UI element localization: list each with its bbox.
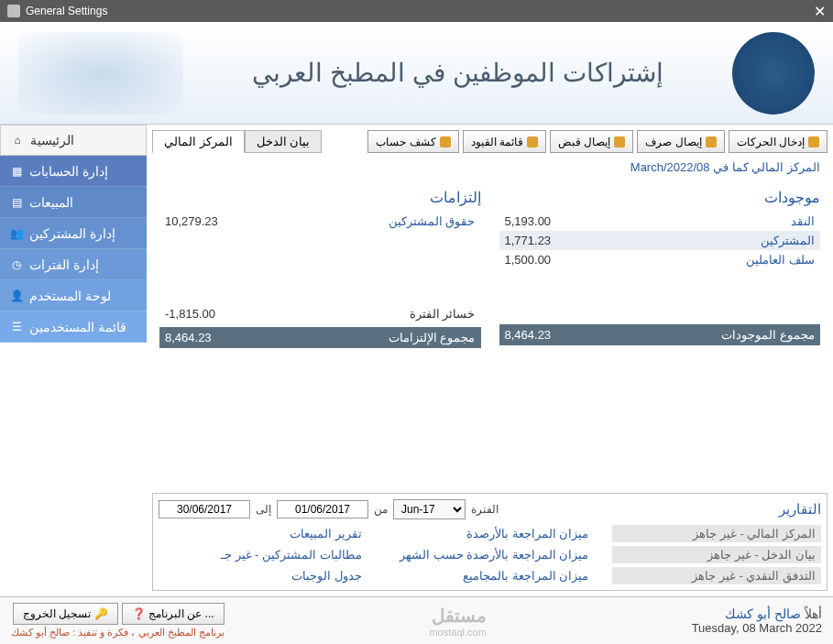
report-link-trial-totals[interactable]: ميزان المراجعة بالمجاميع xyxy=(386,567,595,584)
status-asof: المركز المالي كما في March/2022/08 xyxy=(152,157,828,178)
sidebar-item-subscribers[interactable]: إدارة المشتركين👥 xyxy=(0,218,147,249)
pay-voucher-button[interactable]: إيصال صرف xyxy=(637,130,724,153)
about-button[interactable]: ❓ عن البرنامج ... xyxy=(122,603,225,625)
credits-text: برنامج المطبخ العربي ، فكرة و تنفيذ : صا… xyxy=(11,627,225,639)
page-title: إشتراكات الموظفين في المطبخ العربي xyxy=(183,58,732,88)
statement-button[interactable]: كشف حساب xyxy=(367,130,458,153)
assets-title: موجودات xyxy=(499,189,821,206)
report-status: بيان الدخل - غير جاهز xyxy=(612,546,821,563)
report-status: المركز المالي - غير جاهز xyxy=(612,525,821,542)
liabilities-column: إلتزامات حقوق المشتركين10,279.23 خسائر ا… xyxy=(159,189,481,482)
toolbar: إدخال الحركات إيصال صرف إيصال قبض قائمة … xyxy=(367,130,828,153)
liabilities-title: إلتزامات xyxy=(159,189,481,206)
asset-row: المشتركين1,771.23 xyxy=(499,231,821,250)
tab-financial[interactable]: المركز المالي xyxy=(152,130,245,153)
asset-row: النقد5,193.00 xyxy=(499,212,821,231)
liabilities-total: مجموع الإلتزامات8,464.23 xyxy=(159,327,481,348)
footer: أهلاً صالح أبو كشك Tuesday, 08 March 202… xyxy=(0,596,833,644)
from-date-input[interactable] xyxy=(277,500,368,518)
asset-row: سلف العاملين1,500.00 xyxy=(499,250,821,269)
period-select[interactable]: Jun-17 xyxy=(393,499,466,519)
voucher-icon xyxy=(614,136,625,147)
voucher-icon xyxy=(706,136,717,147)
journal-list-button[interactable]: قائمة القيود xyxy=(463,130,546,153)
report-link-trial-balances[interactable]: ميزان المراجعة بالأرصدة xyxy=(386,525,595,542)
list-icon xyxy=(527,136,538,147)
footer-date: Tuesday, 08 March 2022 xyxy=(692,621,822,635)
balance-sheet: موجودات النقد5,193.00 المشتركين1,771.23 … xyxy=(152,181,828,489)
entries-button[interactable]: إدخال الحركات xyxy=(729,130,828,153)
close-icon[interactable]: ✕ xyxy=(814,3,826,20)
report-link-sales[interactable]: تقرير المبيعات xyxy=(159,525,367,542)
logout-button[interactable]: تسجيل الخروج 🔑 xyxy=(13,603,118,625)
tab-income[interactable]: بيان الدخل xyxy=(245,130,323,153)
watermark: مستقل mostaql.com xyxy=(429,605,486,638)
user-icon: 👤 xyxy=(9,289,24,303)
sidebar-item-home[interactable]: الرئيسية⌂ xyxy=(0,125,147,156)
home-icon: ⌂ xyxy=(10,133,25,147)
tabs: بيان الدخل المركز المالي xyxy=(152,130,322,153)
sidebar: الرئيسية⌂ إدارة الحسابات▦ المبيعات▤ إدار… xyxy=(0,125,147,596)
reports-panel: التقارير الفترة Jun-17 من إلى المركز الم… xyxy=(152,493,828,591)
titlebar: General Settings ✕ xyxy=(0,0,833,22)
report-link-meals[interactable]: جدول الوجبات xyxy=(159,567,367,584)
sidebar-item-userpanel[interactable]: لوحة المستخدم👤 xyxy=(0,280,147,311)
brand-logo xyxy=(732,32,815,115)
to-date-input[interactable] xyxy=(159,500,250,518)
window-title: General Settings xyxy=(26,5,107,17)
sidebar-item-accounts[interactable]: إدارة الحسابات▦ xyxy=(0,156,147,187)
subscribers-icon: 👥 xyxy=(9,226,24,241)
accounts-icon: ▦ xyxy=(9,164,24,179)
sidebar-item-sales[interactable]: المبيعات▤ xyxy=(0,187,147,218)
sales-icon: ▤ xyxy=(9,195,24,210)
receipt-voucher-button[interactable]: إيصال قبض xyxy=(550,130,633,153)
period-loss-row: خسائر الفترة-1,815.00 xyxy=(159,304,481,323)
reports-title: التقارير xyxy=(779,501,821,518)
doc-icon xyxy=(440,136,451,147)
liability-row: حقوق المشتركين10,279.23 xyxy=(159,212,481,231)
report-status: التدفق النقدي - غير جاهز xyxy=(612,567,821,584)
sidebar-item-periods[interactable]: إدارة الفترات◷ xyxy=(0,249,147,280)
sidebar-item-users[interactable]: قائمة المستخدمين☰ xyxy=(0,311,147,343)
content-area: إدخال الحركات إيصال صرف إيصال قبض قائمة … xyxy=(147,125,833,596)
app-icon xyxy=(7,5,20,17)
header-banner: إشتراكات الموظفين في المطبخ العربي xyxy=(0,22,833,125)
report-link-trial-monthly[interactable]: ميزان المراجعة بالأرصدة حسب الشهر xyxy=(386,546,595,563)
users-icon: ☰ xyxy=(9,320,24,334)
report-link-subscriber-claims[interactable]: مطالبات المشتركين - غير جـ xyxy=(159,546,367,563)
clock-icon: ◷ xyxy=(9,257,24,272)
header-decoration xyxy=(18,32,183,115)
assets-column: موجودات النقد5,193.00 المشتركين1,771.23 … xyxy=(499,189,821,482)
assets-total: مجموع الموجودات8,464.23 xyxy=(499,324,821,345)
welcome-text: أهلاً صالح أبو كشك xyxy=(692,606,822,621)
plus-icon xyxy=(808,136,819,147)
